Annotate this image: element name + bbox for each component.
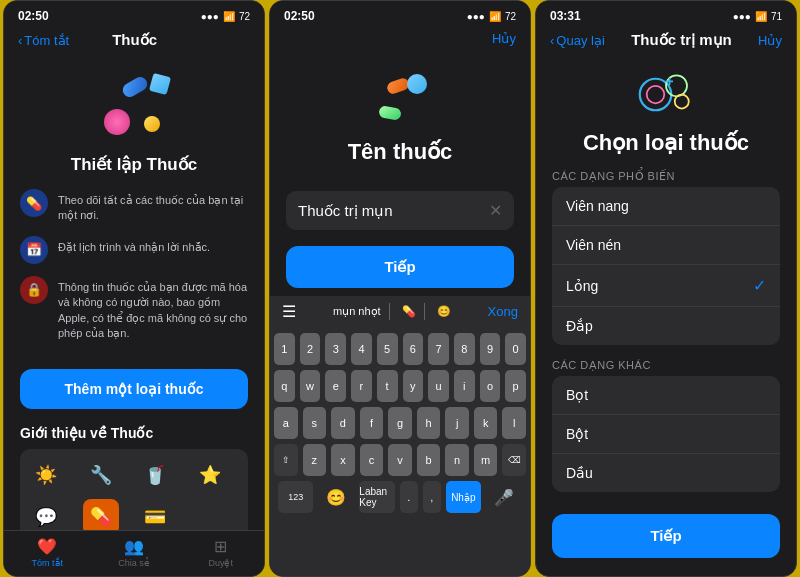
key-2[interactable]: 2 xyxy=(300,333,321,365)
list-item-long-check: ✓ xyxy=(753,276,766,295)
list-item-dau[interactable]: Dầu xyxy=(552,454,780,492)
key-7[interactable]: 7 xyxy=(428,333,449,365)
status-bar-1: 02:50 ●●● 📶 72 xyxy=(4,1,264,27)
key-r[interactable]: r xyxy=(351,370,372,402)
other-items-group: Bọt Bột Dầu xyxy=(552,376,780,492)
key-emoji[interactable]: 😊 xyxy=(318,484,354,511)
key-o[interactable]: o xyxy=(480,370,501,402)
nav-cancel-3[interactable]: Hủy xyxy=(758,33,782,48)
med-icon-2 xyxy=(365,72,435,127)
key-6[interactable]: 6 xyxy=(403,333,424,365)
med-input-row[interactable]: Thuốc trị mụn ✕ xyxy=(286,191,514,230)
add-medication-button[interactable]: Thêm một loại thuốc xyxy=(20,369,248,409)
key-a[interactable]: a xyxy=(274,407,298,439)
key-c[interactable]: c xyxy=(360,444,384,476)
intro-icon-empty xyxy=(192,499,228,530)
kb-suggestion-area[interactable]: mụn nhọt 💊 😊 xyxy=(325,303,459,320)
feature-icon-lock: 🔒 xyxy=(20,276,48,304)
key-j[interactable]: j xyxy=(445,407,469,439)
key-0[interactable]: 0 xyxy=(505,333,526,365)
tab-share[interactable]: 👥 Chia sẻ xyxy=(91,537,178,568)
feature-text-2: Đặt lịch trình và nhận lời nhắc. xyxy=(58,236,210,255)
kb-done-button[interactable]: Xong xyxy=(488,304,518,319)
kb-row-asdf: a s d f g h j k l xyxy=(274,407,526,439)
key-f[interactable]: f xyxy=(360,407,384,439)
key-8[interactable]: 8 xyxy=(454,333,475,365)
key-4[interactable]: 4 xyxy=(351,333,372,365)
key-p[interactable]: p xyxy=(505,370,526,402)
status-icons-3: ●●● 📶 71 xyxy=(733,11,782,22)
list-item-bot-powder-text: Bột xyxy=(566,426,588,442)
microphone-icon[interactable]: 🎤 xyxy=(486,484,522,511)
key-i[interactable]: i xyxy=(454,370,475,402)
key-s[interactable]: s xyxy=(303,407,327,439)
key-5[interactable]: 5 xyxy=(377,333,398,365)
nav-bar-1: ‹ Tóm tắt Thuốc xyxy=(4,27,264,55)
list-item-dap[interactable]: Đắp xyxy=(552,307,780,345)
nav-back-3[interactable]: ‹ Quay lại xyxy=(550,33,605,48)
other-label: Các dạng khác xyxy=(536,359,796,372)
tiep-button-3[interactable]: Tiếp xyxy=(552,514,780,558)
key-v[interactable]: v xyxy=(388,444,412,476)
clear-input-button[interactable]: ✕ xyxy=(489,201,502,220)
status-icons-1: ●●● 📶 72 xyxy=(201,11,250,22)
key-laban[interactable]: Laban Key xyxy=(359,481,394,513)
nav-cancel-2[interactable]: Hủy xyxy=(492,31,516,46)
key-z[interactable]: z xyxy=(303,444,327,476)
key-9[interactable]: 9 xyxy=(480,333,501,365)
tab-bar-1: ❤️ Tóm tắt 👥 Chia sẻ ⊞ Duyệt xyxy=(4,530,264,576)
key-h[interactable]: h xyxy=(417,407,441,439)
tab-browse[interactable]: ⊞ Duyệt xyxy=(177,537,264,568)
key-l[interactable]: l xyxy=(502,407,526,439)
key-123[interactable]: 123 xyxy=(278,481,313,513)
list-item-bot-foam[interactable]: Bọt xyxy=(552,376,780,415)
phone1-content: Thiết lập Thuốc 💊 Theo dõi tất cả các th… xyxy=(4,55,264,530)
key-1[interactable]: 1 xyxy=(274,333,295,365)
kb-suggestion-icon: 💊 xyxy=(394,303,425,320)
key-period[interactable]: . xyxy=(400,481,418,513)
key-q[interactable]: q xyxy=(274,370,295,402)
intro-icon-sun: ☀️ xyxy=(28,457,64,493)
feature-icon-pills: 💊 xyxy=(20,189,48,217)
key-3[interactable]: 3 xyxy=(325,333,346,365)
key-g[interactable]: g xyxy=(388,407,412,439)
key-m[interactable]: m xyxy=(474,444,498,476)
key-comma[interactable]: , xyxy=(423,481,441,513)
signal-icon: ●●● xyxy=(201,11,219,22)
key-e[interactable]: e xyxy=(325,370,346,402)
phone3-content: Chọn loại thuốc Các dạng phổ biến Viên n… xyxy=(536,55,796,576)
list-item-long[interactable]: Lỏng ✓ xyxy=(552,265,780,307)
kb-row-qwerty: q w e r t y u i o p xyxy=(274,370,526,402)
key-t[interactable]: t xyxy=(377,370,398,402)
list-item-vien-nang-text: Viên nang xyxy=(566,198,629,214)
key-u[interactable]: u xyxy=(428,370,449,402)
key-enter[interactable]: Nhập xyxy=(446,481,481,513)
key-d[interactable]: d xyxy=(331,407,355,439)
wifi-icon-2: 📶 xyxy=(489,11,501,22)
keyboard: 1 2 3 4 5 6 7 8 9 0 q w e r t y xyxy=(270,327,530,576)
section-big-title: Chọn loại thuốc xyxy=(536,130,796,156)
tiep-button-2[interactable]: Tiếp xyxy=(286,246,514,288)
key-k[interactable]: k xyxy=(474,407,498,439)
key-x[interactable]: x xyxy=(331,444,355,476)
tab-share-label: Chia sẻ xyxy=(118,558,150,568)
medication-icon-area xyxy=(20,75,248,140)
key-n[interactable]: n xyxy=(445,444,469,476)
pill-cyan xyxy=(149,73,171,95)
key-backspace[interactable]: ⌫ xyxy=(502,444,526,476)
list-item-vien-nen[interactable]: Viên nén xyxy=(552,226,780,265)
signal-icon-3: ●●● xyxy=(733,11,751,22)
key-y[interactable]: y xyxy=(403,370,424,402)
key-b[interactable]: b xyxy=(417,444,441,476)
tab-share-icon: 👥 xyxy=(124,537,144,556)
list-item-vien-nang[interactable]: Viên nang xyxy=(552,187,780,226)
nav-back-1[interactable]: ‹ Tóm tắt xyxy=(18,33,69,48)
intro-icon-card: 💳 xyxy=(137,499,173,530)
list-item-dap-text: Đắp xyxy=(566,318,593,334)
med-type-svg xyxy=(631,67,701,122)
tab-summary[interactable]: ❤️ Tóm tắt xyxy=(4,537,91,568)
key-w[interactable]: w xyxy=(300,370,321,402)
list-item-bot-powder[interactable]: Bột xyxy=(552,415,780,454)
key-shift[interactable]: ⇧ xyxy=(274,444,298,476)
phone3-btn-area: Tiếp xyxy=(536,506,796,574)
